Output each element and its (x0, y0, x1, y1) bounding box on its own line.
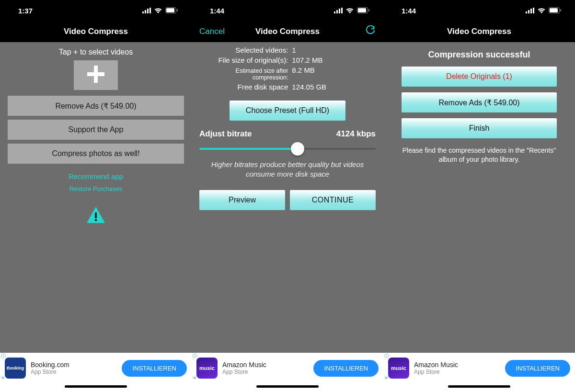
status-bar: 1:37 (0, 0, 192, 21)
free-space-label: Free disk space (199, 83, 291, 91)
svg-rect-1 (145, 10, 146, 13)
refresh-button[interactable] (365, 25, 376, 38)
preview-button[interactable]: Preview (199, 190, 285, 210)
restore-purchases-link[interactable]: Restore Purchases (69, 185, 123, 192)
status-time: 1:44 (210, 7, 224, 15)
nav-bar: Video Compress (0, 21, 192, 42)
content: Selected videos: 1 File size of original… (192, 42, 383, 353)
svg-rect-18 (526, 11, 527, 13)
status-bar: 1:44 (383, 0, 575, 21)
estimated-size-value: 8.2 MB (291, 66, 376, 74)
ad-banner[interactable]: ⓘ✕ music Amazon Music App Store INSTALLI… (192, 353, 383, 383)
ad-app-icon: music (388, 358, 409, 379)
svg-rect-13 (339, 9, 340, 13)
delete-originals-button[interactable]: Delete Originals (1) (402, 67, 557, 87)
battery-icon (357, 7, 370, 15)
svg-rect-23 (550, 8, 558, 12)
ad-install-button[interactable]: INSTALLIEREN (505, 360, 570, 377)
ad-info-icons: ⓘ✕ (384, 354, 389, 381)
content: Compression successful Delete Originals … (383, 42, 575, 353)
original-size-value: 107.2 MB (291, 56, 376, 64)
selected-videos-label: Selected videos: (199, 46, 291, 54)
ad-info-icons: ⓘ✕ (193, 354, 197, 381)
ad-title: Booking.com (31, 361, 122, 369)
svg-rect-14 (341, 8, 343, 13)
ad-subtitle: App Store (31, 369, 122, 375)
warning-icon[interactable] (86, 206, 106, 226)
bitrate-row: Adjust bitrate 4124 kbps (199, 129, 376, 139)
svg-rect-19 (528, 10, 529, 13)
choose-preset-button[interactable]: Choose Preset (Full HD) (230, 101, 346, 121)
cellular-signal-icon (142, 7, 151, 15)
cellular-signal-icon (526, 7, 534, 15)
svg-rect-2 (147, 9, 149, 13)
ad-banner[interactable]: ⓘ✕ music Amazon Music App Store INSTALLI… (383, 353, 575, 383)
home-indicator (383, 383, 575, 392)
support-app-button[interactable]: Support the App (8, 120, 184, 140)
slider-thumb[interactable] (291, 142, 304, 156)
plus-icon (85, 64, 106, 87)
svg-rect-21 (533, 8, 534, 13)
ad-text: Amazon Music App Store (222, 361, 313, 376)
svg-rect-24 (560, 9, 561, 11)
ad-title: Amazon Music (414, 361, 505, 369)
home-indicator (0, 383, 192, 392)
finish-button[interactable]: Finish (402, 118, 557, 138)
status-bar: 1:44 (192, 0, 383, 21)
screen-success: 1:44 Video Compress Compression successf… (383, 0, 575, 392)
nav-title: Video Compress (255, 27, 320, 36)
svg-rect-10 (95, 219, 97, 221)
compress-photos-button[interactable]: Compress photos as well! (8, 144, 184, 164)
svg-rect-5 (166, 8, 174, 12)
svg-rect-17 (368, 9, 369, 11)
svg-rect-11 (334, 11, 335, 13)
ad-banner[interactable]: ⓘ✕ Booking Booking.com App Store INSTALL… (0, 353, 192, 383)
ad-app-icon: Booking (5, 358, 26, 379)
original-size-label: File size of original(s): (199, 56, 291, 64)
bitrate-value: 4124 kbps (336, 129, 376, 139)
status-right (334, 7, 370, 15)
ad-install-button[interactable]: INSTALLIEREN (122, 360, 187, 377)
recommend-app-link[interactable]: Recommend app (69, 172, 123, 180)
ad-install-button[interactable]: INSTALLIEREN (313, 360, 379, 377)
nav-title: Video Compress (447, 27, 511, 36)
cellular-signal-icon (334, 7, 343, 15)
battery-icon (165, 7, 178, 15)
ad-text: Booking.com App Store (31, 361, 122, 376)
ad-app-icon: music (196, 358, 218, 379)
selected-videos-row: Selected videos: 1 (199, 46, 376, 54)
status-right (526, 7, 562, 15)
select-videos-hint: Tap + to select videos (59, 48, 133, 56)
bitrate-label: Adjust bitrate (199, 129, 252, 139)
content: Tap + to select videos Remove Ads (₹ 549… (0, 42, 192, 353)
ad-subtitle: App Store (414, 369, 505, 375)
wifi-icon (537, 7, 546, 15)
estimated-size-row: Estimated size after compression: 8.2 MB (199, 66, 376, 81)
svg-rect-16 (358, 8, 366, 12)
status-time: 1:37 (18, 7, 33, 15)
svg-rect-12 (336, 10, 338, 13)
cancel-button[interactable]: Cancel (199, 27, 225, 36)
nav-title: Video Compress (64, 27, 128, 36)
nav-bar: Video Compress (383, 21, 575, 42)
add-video-button[interactable] (74, 60, 118, 90)
bitrate-slider[interactable] (199, 142, 376, 156)
wifi-icon (154, 7, 162, 15)
svg-rect-9 (95, 213, 97, 218)
status-time: 1:44 (402, 7, 416, 15)
ad-subtitle: App Store (222, 369, 313, 375)
bitrate-hint: Higher bitrates produce better quality b… (199, 160, 376, 179)
remove-ads-button[interactable]: Remove Ads (₹ 549.00) (8, 96, 184, 116)
selected-videos-value: 1 (291, 46, 376, 54)
svg-rect-8 (87, 72, 104, 76)
nav-bar: Cancel Video Compress (192, 21, 383, 42)
remove-ads-button[interactable]: Remove Ads (₹ 549.00) (402, 92, 557, 112)
ad-info-icons: ⓘ✕ (1, 354, 6, 381)
success-title: Compression successful (428, 50, 530, 60)
continue-button[interactable]: CONTINUE (290, 190, 376, 210)
status-right (142, 7, 178, 15)
ad-text: Amazon Music App Store (414, 361, 505, 376)
svg-rect-3 (150, 8, 151, 13)
screen-settings: 1:44 Cancel Video Compress Selected vide… (192, 0, 383, 392)
screen-home: 1:37 Video Compress Tap + to select vide… (0, 0, 192, 392)
